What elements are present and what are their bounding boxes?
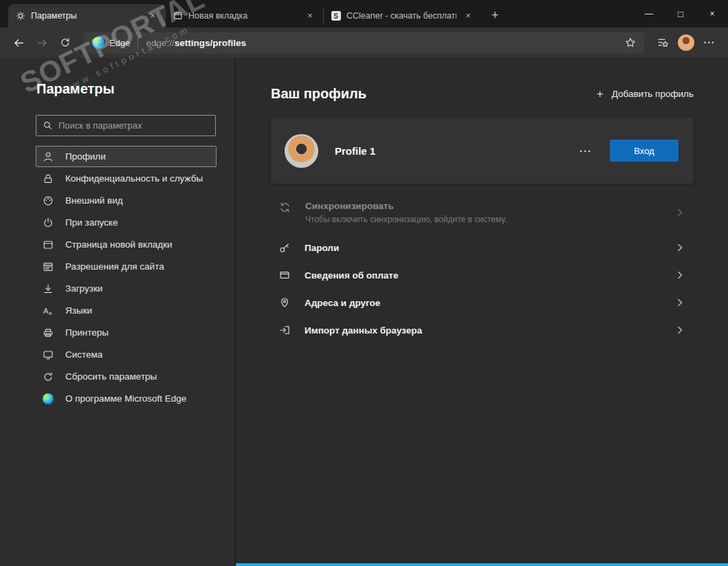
sync-icon [279,202,291,216]
power-icon [43,217,54,228]
url-scheme: edge:// [146,38,174,48]
languages-icon: Aя [43,305,54,316]
browser-menu-button[interactable]: ··· [698,31,721,54]
sidebar-item-printers[interactable]: Принтеры [36,322,217,343]
tab-title: Новая вкладка [188,11,298,21]
sign-in-button[interactable]: Вход [610,140,679,162]
payment-card-icon [279,270,290,281]
favorite-star-icon[interactable] [625,37,636,48]
ellipsis-icon: ··· [704,37,716,48]
window-controls: — □ × [633,0,728,28]
payment-info-row[interactable]: Сведения об оплате [271,261,694,289]
key-icon [279,242,290,253]
page-title: Ваш профиль [271,86,366,102]
sidebar-item-label: Профили [65,151,106,162]
chevron-right-icon [676,243,684,252]
bottom-accent-bar [236,563,728,566]
download-icon [43,283,54,294]
sidebar-item-new-tab-page[interactable]: Страница новой вкладки [36,234,217,255]
sidebar-title: Параметры [36,81,234,97]
chevron-right-icon [676,208,684,217]
sidebar-item-reset-settings[interactable]: Сбросить параметры [36,366,217,387]
location-pin-icon [279,297,290,308]
profile-name: Profile 1 [335,145,580,157]
url-path: settings/profiles [175,38,246,48]
edge-logo-icon [92,36,104,49]
new-tab-button[interactable]: + [485,6,505,25]
row-label: Импорт данных браузера [305,325,661,336]
add-profile-button[interactable]: + Добавить профиль [597,87,694,101]
back-button[interactable] [7,31,30,54]
system-icon [43,349,54,360]
sidebar-item-appearance[interactable]: Внешний вид [36,190,217,211]
sidebar-item-label: Принтеры [65,327,109,338]
sidebar-item-downloads[interactable]: Загрузки [36,278,217,299]
profile-settings-panel: Ваш профиль + Добавить профиль Profile 1… [236,58,728,566]
sidebar-item-label: Страница новой вкладки [65,239,173,250]
passwords-row[interactable]: Пароли [271,234,694,261]
gear-icon [15,11,25,21]
site-permissions-icon [43,261,54,272]
profile-more-button[interactable]: ··· [580,145,592,157]
profile-avatar-button[interactable] [674,31,698,54]
tab-close-icon[interactable]: × [462,10,474,22]
import-browser-data-row[interactable]: Импорт данных браузера [271,316,694,344]
sidebar-item-system[interactable]: Система [36,344,217,365]
reset-icon [43,371,54,382]
forward-button[interactable] [30,31,54,54]
search-input[interactable] [58,120,209,131]
tab-ccleaner[interactable]: S CCleaner - скачать бесплатно О × [324,4,481,28]
sidebar-item-profiles[interactable]: Профили [36,146,217,167]
sidebar-item-label: Сбросить параметры [65,371,157,382]
sidebar-item-label: Конфиденциальность и службы [65,173,203,184]
ccleaner-icon: S [331,11,341,21]
profile-card: Profile 1 ··· Вход [271,118,694,184]
search-icon [43,120,53,131]
person-icon [43,151,54,162]
chevron-right-icon [676,270,684,280]
sidebar-item-privacy[interactable]: Конфиденциальность и службы [36,168,217,189]
browser-toolbar: Edge edge://settings/profiles ··· [0,28,728,58]
tab-new-tab[interactable]: Новая вкладка × [166,4,323,28]
addresses-row[interactable]: Адреса и другое [271,289,694,316]
sidebar-item-label: Разрешения для сайта [65,261,164,272]
sidebar-item-languages[interactable]: Aя Языки [36,300,217,321]
tab-close-icon[interactable]: × [146,10,159,22]
favorites-hub-button[interactable] [651,31,674,54]
sidebar-item-label: О программе Microsoft Edge [65,393,186,404]
plus-icon: + [597,87,604,101]
refresh-button[interactable] [54,31,77,54]
edge-logo-icon [43,393,54,404]
sidebar-item-on-startup[interactable]: При запуске [36,212,217,233]
svg-text:я: я [49,310,52,316]
address-bar[interactable]: Edge edge://settings/profiles [84,32,644,54]
sync-title: Синхронизировать [305,201,661,211]
newtab-icon [173,11,183,21]
tab-settings[interactable]: Параметры × [8,4,166,28]
row-label: Адреса и другое [305,298,661,308]
tab-bar: Параметры × Новая вкладка × S CCleaner -… [0,0,728,28]
tab-title: CCleaner - скачать бесплатно О [346,11,456,21]
sidebar-item-site-permissions[interactable]: Разрешения для сайта [36,256,217,277]
sidebar-item-label: При запуске [65,217,118,228]
sync-row[interactable]: Синхронизировать Чтобы включить синхрони… [271,195,694,234]
avatar [678,34,694,51]
palette-icon [43,195,54,206]
maximize-button[interactable]: □ [665,0,696,28]
sync-subtitle: Чтобы включить синхронизацию, войдите в … [305,215,661,224]
settings-sidebar: Параметры Профили Конфиденциальность и с… [0,58,236,566]
tab-close-icon[interactable]: × [304,10,316,22]
sidebar-item-about-edge[interactable]: О программе Microsoft Edge [36,388,217,409]
settings-search-box[interactable] [36,115,216,136]
chevron-right-icon [676,325,684,335]
edge-chip-label: Edge [109,38,130,48]
svg-text:A: A [43,306,49,314]
minimize-button[interactable]: — [633,0,665,28]
close-button[interactable]: × [696,0,728,28]
lock-icon [43,173,54,184]
row-label: Пароли [305,243,661,253]
sidebar-item-label: Система [65,349,102,360]
address-bar-divider [137,37,138,49]
profile-avatar [285,134,318,168]
new-tab-page-icon [43,239,54,250]
